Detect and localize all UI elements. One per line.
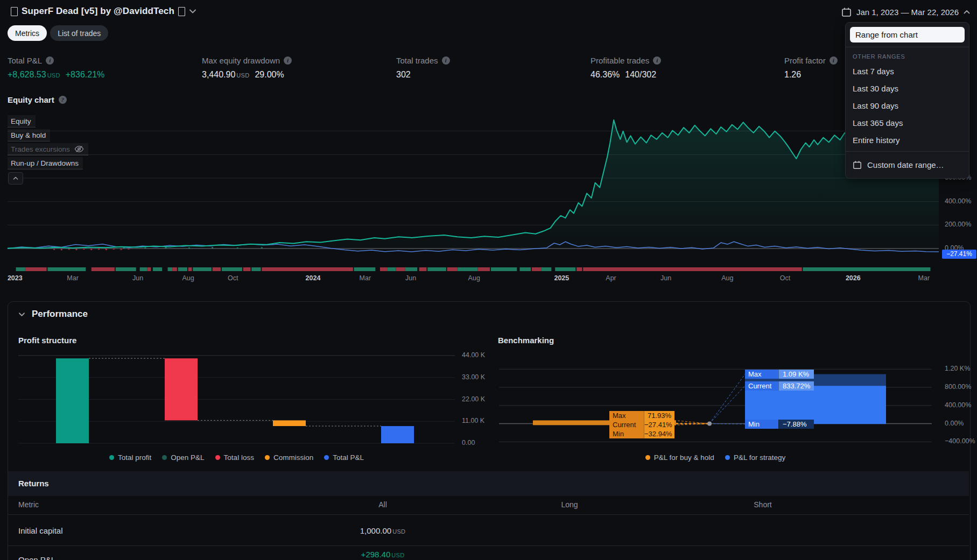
strategy-title-row: SuperF Dead [v5] by @DaviddTech xyxy=(11,6,196,17)
stat-total-p-l: Total P&Li+8,628.53USD+836.21% xyxy=(8,56,104,80)
benchmarking-label: Benchmarking xyxy=(498,336,554,345)
menu-item-entire-history[interactable]: Entire history xyxy=(846,131,969,148)
equity-chart-header: Equity chart ? xyxy=(8,95,67,104)
stat-value: 1.26 xyxy=(784,70,838,80)
chevron-up-icon xyxy=(964,10,970,15)
stat-number: 1.26 xyxy=(784,70,801,80)
table-divider xyxy=(8,545,969,546)
menu-item-last-90-days[interactable]: Last 90 days xyxy=(846,97,969,114)
help-icon[interactable]: ? xyxy=(59,96,67,104)
table-row-metric: Initial capital xyxy=(18,526,63,535)
stat-label: Total P&Li xyxy=(8,56,104,65)
stat-label-text: Total trades xyxy=(396,56,438,65)
legend-chip-buy-hold[interactable]: Buy & hold xyxy=(8,129,50,141)
info-icon[interactable]: i xyxy=(284,56,292,65)
column-header-all: All xyxy=(378,500,387,509)
legend-chip-label: Run-up / Drawdowns xyxy=(11,159,79,167)
stat-label-text: Total P&L xyxy=(8,56,42,65)
tofu-box-icon xyxy=(11,7,18,16)
equity-x-tick: 2023 xyxy=(8,274,23,282)
table-divider xyxy=(8,514,969,515)
info-icon[interactable]: i xyxy=(653,56,661,65)
returns-band xyxy=(8,471,969,496)
equity-x-tick: Jun xyxy=(132,274,143,282)
returns-title: Returns xyxy=(18,479,49,488)
calendar-icon xyxy=(853,160,862,169)
stat-main-value: 46.36% xyxy=(591,70,620,80)
equity-y-tick: 0.00% xyxy=(945,244,964,252)
legend-chip-trades-excursions[interactable]: Trades excursions xyxy=(8,143,88,155)
value-unit: USD xyxy=(391,552,404,558)
chevron-up-icon xyxy=(13,176,18,180)
stat-label-text: Profitable trades xyxy=(591,56,649,65)
equity-x-tick: Oct xyxy=(228,274,238,282)
stat-label-text: Max equity drawdown xyxy=(202,56,280,65)
equity-legend: EquityBuy & holdTrades excursionsRun-up … xyxy=(8,115,88,171)
stat-max-equity-drawdown: Max equity drawdowni3,440.90USD29.00% xyxy=(202,56,292,80)
stat-number: 302 xyxy=(396,70,411,80)
stat-unit: USD xyxy=(47,72,60,79)
stat-value: 302 xyxy=(396,70,450,80)
menu-item-custom-date-range[interactable]: Custom date range… xyxy=(846,154,969,175)
equity-x-tick: 2026 xyxy=(846,274,861,282)
info-icon[interactable]: i xyxy=(442,56,450,65)
equity-x-tick: Aug xyxy=(468,274,480,282)
stat-label: Max equity drawdowni xyxy=(202,56,292,65)
info-icon[interactable]: i xyxy=(46,56,54,65)
legend-chip-label: Trades excursions xyxy=(11,145,70,153)
equity-y-tick: 200.00% xyxy=(945,221,971,228)
equity-x-tick: Aug xyxy=(182,274,194,282)
stat-number: 3,440.90 xyxy=(202,70,235,80)
stat-label-text: Profit factor xyxy=(784,56,826,65)
legend-chip-label: Buy & hold xyxy=(11,131,46,139)
equity-x-tick: Mar xyxy=(67,274,79,282)
tab-list-of-trades[interactable]: List of trades xyxy=(50,25,108,41)
column-header-long: Long xyxy=(561,500,578,509)
buy-hold-current-badge: −27.41% xyxy=(942,250,976,259)
stat-main-value: 3,440.90USD xyxy=(202,70,249,80)
tab-metrics[interactable]: Metrics xyxy=(8,25,47,41)
equity-x-tick: Mar xyxy=(360,274,371,282)
menu-divider xyxy=(846,151,969,152)
menu-item-range-from-chart[interactable]: Range from chart xyxy=(850,27,965,42)
equity-x-tick: 2024 xyxy=(306,274,321,282)
stat-value: 3,440.90USD29.00% xyxy=(202,70,292,80)
column-header-short: Short xyxy=(754,500,771,509)
title-chevron-down-icon[interactable] xyxy=(189,9,196,14)
stat-unit: USD xyxy=(236,72,249,79)
tofu-box-icon xyxy=(178,7,185,16)
value-unit: USD xyxy=(392,528,405,535)
stat-profitable-trades: Profitable tradesi46.36%140/302 xyxy=(591,56,661,80)
info-icon[interactable]: i xyxy=(830,56,838,65)
stat-label: Profitable tradesi xyxy=(591,56,661,65)
equity-x-tick: Jun xyxy=(405,274,416,282)
stat-number: +8,628.53 xyxy=(8,70,46,80)
legend-chip-label: Equity xyxy=(11,117,31,125)
date-range-menu: Range from chart OTHER RANGES Last 7 day… xyxy=(845,22,969,179)
equity-x-tick: 2025 xyxy=(554,274,569,282)
stat-value: 46.36%140/302 xyxy=(591,70,661,80)
stat-total-trades: Total tradesi302 xyxy=(396,56,450,80)
menu-group-label: OTHER RANGES xyxy=(846,47,969,62)
equity-x-tick: Apr xyxy=(606,274,616,282)
collapse-legend-button[interactable] xyxy=(8,172,23,185)
date-range-button[interactable]: Jan 1, 2023 — Mar 22, 2026 xyxy=(837,5,974,19)
calendar-icon xyxy=(841,7,852,17)
strategy-title: SuperF Dead [v5] by @DaviddTech xyxy=(22,6,174,17)
menu-item-last-7-days[interactable]: Last 7 days xyxy=(846,62,969,80)
strategy-tester-page: SuperF Dead [v5] by @DaviddTech Jan 1, 2… xyxy=(0,0,977,560)
menu-item-last-30-days[interactable]: Last 30 days xyxy=(846,80,969,97)
legend-chip-equity[interactable]: Equity xyxy=(8,115,36,127)
equity-chart-title: Equity chart xyxy=(8,95,54,104)
stat-value: +8,628.53USD+836.21% xyxy=(8,70,104,80)
menu-item-last-365-days[interactable]: Last 365 days xyxy=(846,114,969,131)
stat-main-value: 302 xyxy=(396,70,411,80)
value-number: 1,000.00 xyxy=(360,526,391,535)
performance-header[interactable]: Performance xyxy=(18,309,88,320)
legend-chip-run-up-drawdowns[interactable]: Run-up / Drawdowns xyxy=(8,157,83,169)
chevron-down-icon xyxy=(18,312,25,317)
eye-off-icon[interactable] xyxy=(74,145,84,153)
stat-number: 46.36% xyxy=(591,70,620,80)
equity-x-tick: Jun xyxy=(660,274,671,282)
view-tabs: MetricsList of trades xyxy=(8,25,108,41)
